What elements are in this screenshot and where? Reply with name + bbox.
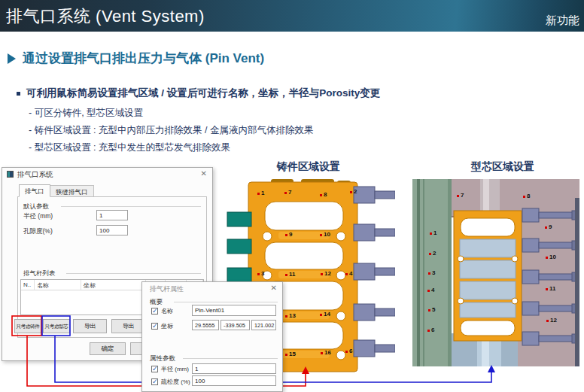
property-params-section-label: 属性参数 <box>150 354 175 363</box>
vent-point-marker-9: 9 <box>545 223 552 230</box>
consider-casting-only-button[interactable]: 只考虑铸件 <box>14 319 41 333</box>
vent-point-marker-4: 4 <box>427 287 434 293</box>
vent-list-section-label: 排气杆列表 <box>23 269 56 278</box>
dialog-title: 排气口系统 <box>17 170 53 180</box>
name-input[interactable]: Pin-Vent01 <box>192 305 276 316</box>
vent-point-marker-10: 10 <box>546 254 556 260</box>
vent-point-marker-1: 1 <box>430 229 436 236</box>
name-checkbox-row: 名称 <box>151 307 173 315</box>
vent-point-marker-14: 14 <box>320 311 330 318</box>
vent-point-marker-15: 15 <box>285 351 296 357</box>
app-icon <box>7 171 14 178</box>
tab-slit-vent[interactable]: 狭缝排气口 <box>50 185 94 197</box>
col-coord: 坐标 <box>81 280 146 290</box>
core-region-3d-view[interactable]: 781234569101112 <box>412 179 579 366</box>
porosity-input[interactable]: 100 <box>192 375 276 386</box>
col-name: 名称 <box>35 280 81 290</box>
new-feature-badge: 新功能 <box>546 14 579 28</box>
vent-point-marker-11: 11 <box>285 271 295 278</box>
name-label: 名称 <box>161 307 173 315</box>
close-icon[interactable]: ✕ <box>271 284 277 293</box>
vent-point-marker-4: 4 <box>345 270 352 277</box>
divider <box>174 302 278 302</box>
vent-point-marker-12: 12 <box>546 317 557 324</box>
radius-input[interactable]: 1 <box>96 210 128 220</box>
bullet-sub-2: - 铸件区域设置 : 充型中内部压力排除效果 / 金属液内部气体排除效果 <box>29 124 313 137</box>
summary-section-label: 概要 <box>150 298 163 307</box>
export-button-2[interactable]: 导出 <box>111 319 145 333</box>
vent-point-marker-7: 7 <box>457 192 464 199</box>
vent-point-marker-6: 6 <box>345 348 352 354</box>
vent-point-marker-5: 5 <box>428 306 435 313</box>
divider <box>66 273 201 274</box>
porosity-input[interactable]: 100 <box>96 225 128 236</box>
vent-point-marker-7: 7 <box>284 189 291 196</box>
vent-point-marker-13: 13 <box>285 312 296 319</box>
bullet-main: 可利用鼠标简易设置排气区域 / 设置后可进行名称，坐标，半径与Porosity变… <box>17 87 380 100</box>
coord-checkbox-row: 坐标 <box>151 322 173 330</box>
vent-point-marker-1: 1 <box>257 190 264 196</box>
coord-checkbox[interactable] <box>151 323 158 330</box>
slide-canvas: { "header": { "title": "排气口系统 (Vent Syst… <box>0 0 584 392</box>
col-no: N.. <box>21 280 35 290</box>
radius-label: 半径 (mm) <box>161 365 189 373</box>
square-bullet-icon <box>17 92 20 96</box>
tab-pin-vent[interactable]: 排气口 <box>19 184 50 197</box>
section-heading: 通过设置排气口排出压力与气体 (Pin Vent) <box>8 50 264 67</box>
bullet-main-text: 可利用鼠标简易设置排气区域 / 设置后可进行名称，坐标，半径与Porosity变… <box>26 87 380 100</box>
coord-label: 坐标 <box>161 322 173 330</box>
dialog-titlebar[interactable]: 排气杆属性 ✕ <box>142 282 282 295</box>
vent-point-marker-8: 8 <box>320 191 327 198</box>
core-model-graphic <box>412 179 579 366</box>
radius-checkbox-row: 半径 (mm) <box>151 365 189 373</box>
coord-z-input[interactable]: 121.002 <box>251 320 276 330</box>
porosity-checkbox[interactable] <box>151 378 158 385</box>
vent-point-marker-11: 11 <box>546 285 555 292</box>
dialog-title: 排气杆属性 <box>150 284 184 294</box>
ok-button[interactable]: 确定 <box>90 342 126 355</box>
vent-point-marker-8: 8 <box>523 193 530 199</box>
default-params-section-label: 默认参数 <box>23 202 49 211</box>
vent-point-marker-3: 3 <box>257 270 264 277</box>
bullet-sub-1: - 可区分铸件, 型芯区域设置 <box>29 107 143 120</box>
radius-input[interactable]: 1 <box>192 363 276 374</box>
vent-point-marker-2: 2 <box>429 250 436 257</box>
export-button-1[interactable]: 导出 <box>73 319 107 333</box>
close-icon[interactable]: ✕ <box>201 169 207 178</box>
caption-casting-region: 铸件区域设置 <box>226 160 391 174</box>
porosity-label: 孔隙度(%) <box>23 227 53 236</box>
divider <box>183 358 278 359</box>
porosity-checkbox-row: 疏松度 (%) <box>151 378 190 386</box>
vent-point-marker-12: 12 <box>321 270 331 277</box>
vent-point-marker-3: 3 <box>428 269 435 276</box>
pin-vents-right <box>354 187 395 357</box>
arrow-right-icon <box>8 53 16 64</box>
consider-core-only-button[interactable]: 只考虑型芯 <box>43 319 70 333</box>
radius-checkbox[interactable] <box>151 366 158 372</box>
vent-pin-property-dialog: 排气杆属性 ✕ 概要 名称 Pin-Vent01 坐标 29.5555 -339… <box>141 281 283 392</box>
vent-point-marker-10: 10 <box>320 231 330 238</box>
bullet-sub-3: - 型芯区域设置 : 充型中发生的型芯发气排除效果 <box>29 141 230 154</box>
porosity-label: 疏松度 (%) <box>161 378 190 386</box>
divider <box>61 206 201 207</box>
caption-core-region: 型芯区域设置 <box>420 160 584 174</box>
coord-x-input[interactable]: 29.5555 <box>192 320 219 330</box>
chill-blocks <box>227 212 251 285</box>
page-title: 排气口系统 (Vent System) <box>6 5 205 28</box>
vent-point-marker-9: 9 <box>285 231 292 238</box>
name-checkbox[interactable] <box>151 308 158 315</box>
slide-header: 排气口系统 (Vent System) 新功能 <box>0 0 584 32</box>
vent-point-marker-2: 2 <box>350 188 357 195</box>
section-heading-text: 通过设置排气口排出压力与气体 (Pin Vent) <box>23 50 264 67</box>
coord-y-input[interactable]: -339.505 <box>221 320 250 330</box>
vent-point-marker-6: 6 <box>427 327 434 333</box>
dialog-titlebar[interactable]: 排气口系统 ✕ <box>2 168 212 181</box>
radius-label: 半径 (mm) <box>23 212 53 221</box>
vent-point-marker-16: 16 <box>321 349 331 356</box>
